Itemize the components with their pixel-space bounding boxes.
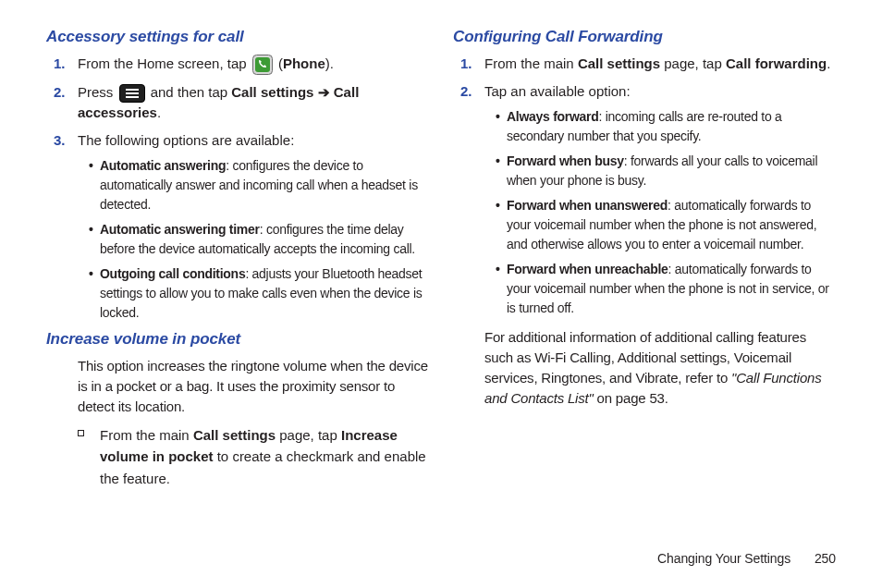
option-title: Forward when busy <box>507 153 624 168</box>
text: . <box>157 104 161 120</box>
page-number: 250 <box>815 551 836 566</box>
option-title: Automatic answering timer <box>100 222 260 237</box>
svg-rect-4 <box>126 92 139 94</box>
additional-info: For additional information of additional… <box>484 327 836 410</box>
increase-volume-step: From the main Call settings page, tap In… <box>78 424 429 489</box>
phone-label: Phone <box>283 55 325 71</box>
text: . <box>827 55 830 71</box>
step-2: Tap an available option: Always forward:… <box>484 81 836 318</box>
text: From the main <box>100 427 193 443</box>
svg-rect-1 <box>255 57 270 72</box>
page-footer: Changing Your Settings 250 <box>657 551 836 566</box>
svg-rect-3 <box>126 89 139 91</box>
accessory-steps: From the Home screen, tap (Phone). Press… <box>46 54 429 323</box>
menu-icon <box>119 84 145 103</box>
text: Tap an available option: <box>484 83 631 99</box>
step-1: From the Home screen, tap (Phone). <box>78 54 429 75</box>
option-title: Outgoing call conditions <box>100 266 245 281</box>
section-name: Changing Your Settings <box>657 551 790 566</box>
forwarding-options: Always forward: incoming calls are re-ro… <box>484 107 836 318</box>
text: page, tap <box>660 55 726 71</box>
option-title: Forward when unreachable <box>507 262 668 276</box>
call-settings-label: Call settings <box>578 55 660 71</box>
step-2: Press and then tap Call settings ➔ Call … <box>78 82 429 123</box>
text: The following options are available: <box>78 132 294 148</box>
call-forwarding-label: Call forwarding <box>726 55 827 71</box>
text: (Phone). <box>278 55 334 71</box>
list-item: Forward when unreachable: automatically … <box>497 260 836 318</box>
list-item: Outgoing call conditions: adjusts your B… <box>91 264 429 323</box>
left-column: Accessory settings for call From the Hom… <box>46 28 429 489</box>
list-item: From the main Call settings page, tap In… <box>78 424 429 489</box>
accessory-options: Automatic answering: configures the devi… <box>78 156 429 323</box>
text: From the main <box>484 55 578 71</box>
text: on page 53. <box>594 390 668 406</box>
option-title: Forward when unanswered <box>507 198 668 213</box>
increase-volume-desc: This option increases the ringtone volum… <box>78 356 429 418</box>
call-settings-label: Call settings <box>193 427 276 443</box>
heading-call-forwarding: Configuring Call Forwarding <box>453 28 836 46</box>
step-1: From the main Call settings page, tap Ca… <box>484 54 836 74</box>
option-title: Always forward <box>507 109 599 124</box>
option-title: Automatic answering <box>100 158 226 173</box>
page-content: Accessory settings for call From the Hom… <box>0 0 882 489</box>
list-item: Always forward: incoming calls are re-ro… <box>497 107 836 146</box>
heading-increase-volume: Increase volume in pocket <box>46 330 429 349</box>
forwarding-steps: From the main Call settings page, tap Ca… <box>453 54 836 318</box>
list-item: Forward when busy: forwards all your cal… <box>497 152 836 190</box>
heading-accessory-settings: Accessory settings for call <box>46 28 429 46</box>
text: page, tap <box>276 427 341 443</box>
list-item: Forward when unanswered: automatically f… <box>497 196 836 254</box>
text: Press <box>78 84 117 100</box>
text: From the Home screen, tap <box>78 55 251 71</box>
text: and then tap <box>147 84 232 100</box>
step-3: The following options are available: Aut… <box>78 130 429 323</box>
phone-icon <box>252 55 273 75</box>
svg-rect-5 <box>126 96 139 98</box>
list-item: Automatic answering: configures the devi… <box>91 156 429 214</box>
list-item: Automatic answering timer: configures th… <box>91 220 429 259</box>
right-column: Configuring Call Forwarding From the mai… <box>453 28 836 489</box>
